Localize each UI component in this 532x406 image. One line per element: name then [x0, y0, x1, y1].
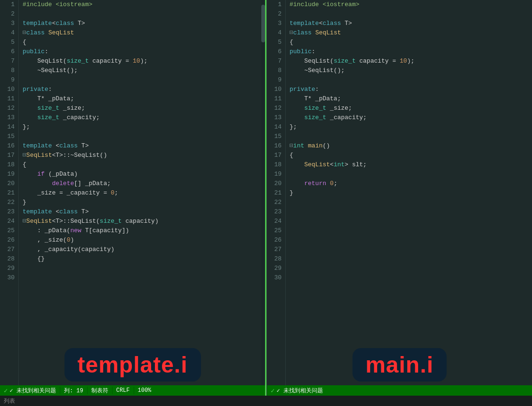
token: ⊟	[290, 28, 293, 38]
token: private	[23, 85, 48, 95]
token: > slt;	[345, 160, 367, 170]
token: #include	[23, 0, 56, 9]
line-number: 18	[271, 160, 282, 170]
line-number: 23	[271, 207, 282, 217]
code-line: }	[290, 188, 532, 198]
token: }	[290, 188, 293, 198]
token: class	[59, 141, 78, 151]
token: public	[23, 47, 45, 57]
scrollbar-left[interactable]	[261, 0, 265, 385]
token: new	[70, 226, 81, 236]
line-number: 16	[271, 141, 282, 151]
line-number: 21	[4, 188, 15, 198]
token	[23, 104, 37, 114]
code-line: ⊟class SeqList	[23, 28, 261, 38]
scrollbar-thumb-left[interactable]	[261, 5, 265, 42]
token: ⊟	[23, 28, 26, 38]
token: {	[23, 160, 26, 170]
code-line: T* _pData;	[290, 94, 532, 104]
line-number: 1	[4, 0, 15, 9]
token: );	[407, 57, 415, 66]
line-number: 3	[4, 19, 15, 28]
token: SeqList	[26, 217, 52, 227]
token: 0	[111, 188, 114, 198]
code-line: return 0;	[290, 179, 532, 188]
token: :	[48, 85, 52, 95]
token: ;	[114, 188, 118, 198]
token	[23, 113, 37, 123]
token	[304, 141, 308, 151]
token	[23, 170, 37, 179]
line-numbers-left: 1234567891011121314151617181920212223242…	[0, 0, 19, 385]
token: <T>::~SeqList()	[52, 151, 107, 161]
code-line: size_t _capacity;	[290, 113, 532, 122]
token: :	[312, 47, 315, 57]
line-number: 10	[271, 85, 282, 94]
token: int	[334, 160, 345, 170]
token: {	[23, 38, 26, 48]
line-number: 6	[271, 47, 282, 57]
token: ⊟	[23, 217, 26, 227]
line-number: 1	[271, 0, 282, 9]
line-number: 21	[271, 188, 282, 198]
token: delete	[52, 179, 74, 189]
code-line: {	[23, 38, 261, 47]
token: public	[290, 47, 312, 57]
code-content-left[interactable]: #include <iostream>template<class T>⊟cla…	[19, 0, 261, 385]
code-line: T* _pData;	[23, 94, 261, 104]
line-number: 13	[4, 113, 15, 122]
code-line	[23, 9, 261, 19]
status-divider-3	[112, 387, 113, 394]
line-number: 24	[4, 217, 15, 226]
line-number: 20	[4, 179, 15, 188]
token	[290, 104, 304, 114]
token: size_t	[100, 217, 122, 227]
code-line: {	[290, 151, 532, 160]
line-number: 8	[271, 66, 282, 75]
zoom-left: 100%	[138, 387, 152, 394]
token: )	[70, 235, 74, 245]
line-number: 2	[4, 9, 15, 19]
token: <	[52, 141, 59, 151]
code-content-right[interactable]: #include <iostream>template<class T>⊟cla…	[286, 0, 532, 385]
status-ok-right: ✓	[271, 387, 274, 395]
line-number: 26	[4, 235, 15, 245]
code-line: };	[23, 122, 261, 132]
token: 10	[400, 57, 407, 66]
token: };	[290, 122, 297, 132]
line-number: 18	[4, 160, 15, 170]
code-line: {	[23, 160, 261, 170]
code-line: SeqList(size_t capacity = 10);	[290, 57, 532, 66]
line-number: 30	[4, 273, 15, 283]
line-number: 17	[271, 151, 282, 160]
code-area-right[interactable]: 1234567891011121314151617181920212223242…	[267, 0, 532, 385]
file-label-overlay-left: template.i	[64, 348, 201, 382]
code-line	[290, 245, 532, 254]
token: SeqList	[26, 151, 52, 161]
token: if	[37, 170, 45, 179]
code-line	[290, 235, 532, 245]
token: (_pData)	[45, 170, 78, 179]
code-line	[290, 273, 532, 283]
token: <iostream>	[56, 0, 92, 9]
token: class	[56, 19, 74, 29]
token: ⊟	[23, 151, 26, 161]
token: ;	[334, 179, 338, 189]
line-number: 12	[4, 104, 15, 113]
token: <	[52, 207, 59, 217]
token: size_t	[67, 57, 89, 66]
line-number: 11	[4, 94, 15, 104]
token: :	[45, 47, 48, 57]
token: , _size(	[23, 235, 67, 245]
line-number: 19	[4, 170, 15, 179]
code-line	[290, 217, 532, 226]
token: capacity =	[355, 57, 400, 66]
code-line: template<class T>	[23, 19, 261, 28]
code-area-left[interactable]: 1234567891011121314151617181920212223242…	[0, 0, 265, 385]
token: T>	[78, 141, 89, 151]
code-line: ⊟SeqList<T>::~SeqList()	[23, 151, 261, 160]
line-number: 20	[271, 179, 282, 188]
token	[23, 179, 52, 189]
status-text-left: ✓ 未找到相关问题	[9, 387, 56, 395]
token: class	[26, 28, 45, 38]
